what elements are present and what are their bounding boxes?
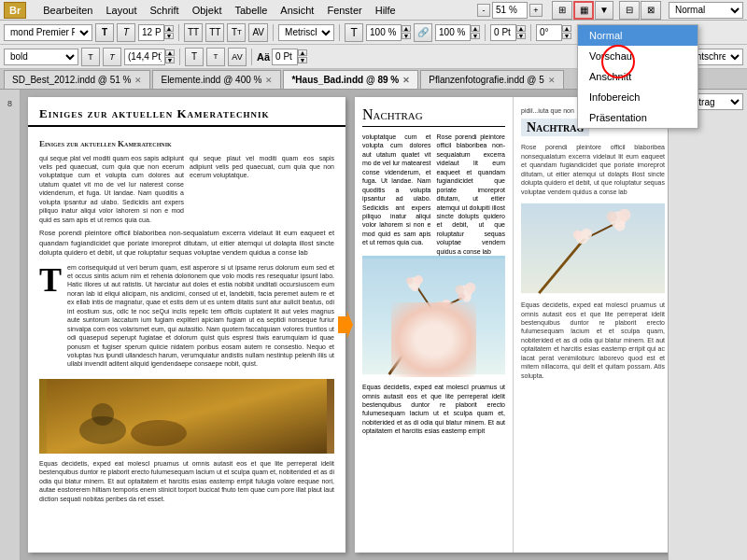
font-size-down[interactable]: ▼ xyxy=(164,33,174,39)
menu-objekt[interactable]: Objekt xyxy=(187,3,228,18)
font-size-up[interactable]: ▲ xyxy=(164,25,174,32)
text-btn-TT1[interactable]: TT xyxy=(184,23,203,42)
scale1-arrows: ▲ ▼ xyxy=(402,25,411,39)
sep6 xyxy=(179,49,180,65)
left-col-right: qui seque plaut vel moditi quam eos sapi… xyxy=(190,154,334,230)
dropdown-item-infobereich[interactable]: Infobereich xyxy=(578,87,698,107)
text-btn-TT2[interactable]: TT xyxy=(205,23,224,42)
menu-schrift[interactable]: Schrift xyxy=(144,3,184,18)
text-btn-TT3[interactable]: TT xyxy=(227,23,246,42)
dropdown-item-praesentation[interactable]: Präsentation xyxy=(578,107,698,128)
angle-area: ▲ ▼ xyxy=(536,24,571,41)
left-page-header: Einiges zur aktuellen Kameratechnik xyxy=(28,97,345,127)
text-btn-AV-small[interactable]: AV xyxy=(228,48,247,66)
menu-bearbeiten[interactable]: Bearbeiten xyxy=(37,3,98,18)
view-mode-select[interactable]: Normal Vorschau Anschnitt Infobereich Pr… xyxy=(669,2,743,19)
angle-up[interactable]: ▲ xyxy=(562,25,571,32)
scale1-input[interactable] xyxy=(366,24,402,41)
angle-down[interactable]: ▼ xyxy=(562,33,571,39)
right-col-right: pidil...iuta que non Nachtrag Rose poren… xyxy=(514,97,668,553)
menu-hilfe[interactable]: Hilfe xyxy=(370,3,402,18)
menu-tabelle[interactable]: Tabelle xyxy=(229,3,273,18)
drop-cap-section: T em corisequiquid ut veri berum quam, e… xyxy=(39,263,334,373)
dropdown-item-vorschau[interactable]: Vorschau xyxy=(578,46,698,66)
chain-btn[interactable]: 🔗 xyxy=(414,23,432,42)
view-layout-btn[interactable]: ▦ xyxy=(573,1,594,20)
arrange-btn2[interactable]: ⊠ xyxy=(641,1,661,20)
zoom-in-btn[interactable]: + xyxy=(529,4,543,17)
text-btn-T-small2[interactable]: T xyxy=(103,48,121,66)
aa-down[interactable]: ▼ xyxy=(298,57,307,63)
aa-label: Aä xyxy=(257,51,270,63)
leading-up[interactable]: ▲ xyxy=(165,49,175,56)
right-flower-image xyxy=(521,202,665,295)
left-section-title: Einiges zur aktuellen Kameratechnik xyxy=(39,138,334,150)
arrange-btn1[interactable]: ⊟ xyxy=(619,1,640,20)
content-area: 8 Einiges zur aktuellen Kameratechnik Ei… xyxy=(0,90,747,560)
canvas-area[interactable]: Einiges zur aktuellen Kameratechnik Eini… xyxy=(21,90,668,560)
sep5 xyxy=(530,24,531,41)
tab-0-close[interactable]: ✕ xyxy=(134,76,142,85)
flower-image xyxy=(362,256,505,377)
dropdown-item-anschnitt[interactable]: Anschnitt xyxy=(578,66,698,87)
font-style-select[interactable]: bold xyxy=(4,49,78,65)
tab-3-close[interactable]: ✕ xyxy=(548,76,556,85)
tab-2-close[interactable]: ✕ xyxy=(402,76,410,85)
right-flower-svg xyxy=(521,202,665,295)
tab-3-label: Pflanzenfotografie.indd @ 5 xyxy=(429,75,544,85)
svg-point-24 xyxy=(606,212,617,223)
view-mode-dropdown[interactable]: ▼ xyxy=(595,1,613,20)
menu-layout[interactable]: Layout xyxy=(100,3,142,18)
menu-ansicht[interactable]: Ansicht xyxy=(275,3,319,18)
tab-1-label: Elemente.indd @ 400 % xyxy=(161,75,261,85)
leading-down[interactable]: ▼ xyxy=(165,57,175,63)
view-grid-btn[interactable]: ⊞ xyxy=(552,1,572,20)
angle-input[interactable] xyxy=(536,24,562,41)
scale2-up[interactable]: ▲ xyxy=(471,25,480,32)
menu-fenster[interactable]: Fenster xyxy=(321,3,367,18)
offset-input[interactable] xyxy=(490,24,516,41)
metric-select[interactable]: Metrisch xyxy=(278,24,334,41)
text-btn-AV[interactable]: AV xyxy=(248,23,268,42)
offset-up[interactable]: ▲ xyxy=(516,25,526,32)
zoom-out-btn[interactable]: - xyxy=(477,4,490,17)
scale1-up[interactable]: ▲ xyxy=(402,25,411,32)
svg-point-14 xyxy=(406,277,414,285)
text-T-icon: T xyxy=(345,23,363,42)
svg-point-9 xyxy=(455,286,464,295)
pages-wrapper: Einiges zur aktuellen Kameratechnik Eini… xyxy=(21,90,668,560)
leading-arrows: ▲ ▼ xyxy=(165,49,175,63)
zoom-input[interactable]: 51 % xyxy=(492,2,528,19)
aa-input[interactable] xyxy=(272,49,298,65)
aa-up[interactable]: ▲ xyxy=(298,49,307,56)
font-family-select[interactable]: mond Premier Pro xyxy=(4,24,92,41)
font-size-arrows: ▲ ▼ xyxy=(164,25,174,39)
text-btn-T-med2[interactable]: T xyxy=(206,48,225,66)
scale1-down[interactable]: ▼ xyxy=(402,33,411,39)
dropdown-item-normal[interactable]: Normal xyxy=(578,25,698,46)
tab-2-label: *Haus_Bad.indd @ 89 % xyxy=(291,75,399,85)
right-page: Nachtrag voluptatque cum et volupta cum … xyxy=(355,97,668,553)
offset-down[interactable]: ▼ xyxy=(516,33,526,39)
tab-3[interactable]: Pflanzenfotografie.indd @ 5 ✕ xyxy=(420,70,564,89)
leading-input[interactable] xyxy=(124,49,165,65)
svg-point-2 xyxy=(92,403,114,426)
scale2-input[interactable] xyxy=(435,24,471,41)
right-page-content: Nachtrag voluptatque cum et volupta cum … xyxy=(355,97,668,553)
font-style-T1[interactable]: T xyxy=(95,23,114,42)
font-size-input[interactable] xyxy=(138,24,164,41)
tab-0[interactable]: SD_Best_2012.indd @ 51 % ✕ xyxy=(4,70,150,89)
left-page-title: Einiges zur aktuellen Kameratechnik xyxy=(39,106,334,121)
text-btn-T-small1[interactable]: T xyxy=(81,48,100,66)
left-page: Einiges zur aktuellen Kameratechnik Eini… xyxy=(28,97,345,553)
scale2-down[interactable]: ▼ xyxy=(471,33,480,39)
text-btn-T-med1[interactable]: T xyxy=(185,48,204,66)
tab-1[interactable]: Elemente.indd @ 400 % ✕ xyxy=(152,70,281,89)
font-style-T2[interactable]: T xyxy=(117,23,135,42)
flower-svg xyxy=(362,256,505,377)
svg-point-28 xyxy=(573,231,583,240)
tab-1-close[interactable]: ✕ xyxy=(265,76,273,85)
left-image-svg xyxy=(39,379,334,454)
tab-2[interactable]: *Haus_Bad.indd @ 89 % ✕ xyxy=(283,70,418,89)
svg-point-12 xyxy=(458,293,465,301)
